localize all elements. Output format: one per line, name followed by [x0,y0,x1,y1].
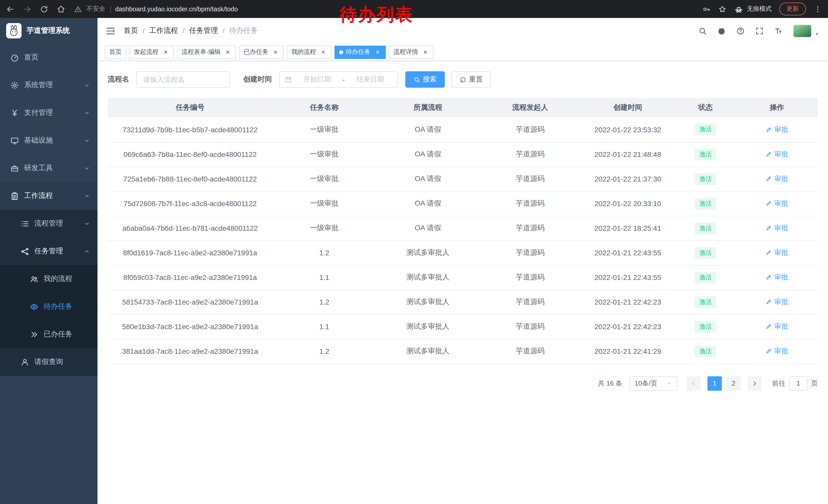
reset-button[interactable]: 重置 [451,71,491,88]
tab-首页[interactable]: 首页 [105,45,126,59]
sidebar-item-任务管理[interactable]: 任务管理 [0,237,97,265]
cell-process: OA 请假 [376,191,480,216]
close-icon[interactable]: × [320,48,327,56]
cell-status: 激活 [675,167,736,191]
sidebar-item-我的流程[interactable]: 我的流程 [0,265,97,293]
column-header: 任务编号 [108,98,273,118]
sidebar-item-工作流程[interactable]: 工作流程 [0,182,97,210]
process-name-label: 流程名 [108,75,129,84]
back-icon[interactable] [6,5,14,13]
font-size-icon[interactable] [774,27,783,35]
bookmark-star-icon[interactable] [718,5,727,13]
approve-button[interactable]: 审批 [766,322,788,331]
search-button-label: 搜索 [423,75,437,84]
breadcrumb-separator: / [142,27,145,35]
browser-menu-icon[interactable] [814,5,822,13]
tag-views: 首页发起流程×流程表单-编辑×已办任务×我的流程×待办任务×流程详情× [97,44,828,61]
sidebar-item-待办任务[interactable]: 待办任务 [0,293,97,320]
github-icon[interactable] [717,27,726,35]
edit-icon [766,323,772,330]
password-key-icon[interactable] [702,5,710,13]
tab-已办任务[interactable]: 已办任务× [239,45,284,59]
reload-icon[interactable] [40,5,48,13]
navbar-right [698,25,820,37]
tab-发起流程[interactable]: 发起流程× [129,45,174,59]
status-badge: 激活 [695,321,716,332]
address-divider [110,5,111,12]
create-time-label: 创建时间 [243,75,272,84]
tab-流程详情[interactable]: 流程详情× [389,45,433,59]
table-row: 381aa1dd-7ac8-11ec-a9e2-a2380e71991a1.2测… [108,339,818,364]
sidebar-item-系统管理[interactable]: 系统管理 [0,71,97,99]
tab-label: 我的流程 [291,48,316,56]
close-icon[interactable]: × [272,48,279,56]
search-icon[interactable] [698,27,707,35]
cell-status: 激活 [675,314,736,339]
approve-button[interactable]: 审批 [766,248,788,258]
sidebar-item-支付管理[interactable]: 支付管理 [0,99,97,127]
next-page-button[interactable] [747,376,762,391]
page-size-select[interactable]: 10条/页 [629,376,677,391]
update-button[interactable]: 更新 [779,3,806,15]
browser-actions: 无痕模式 更新 [702,3,822,15]
approve-button[interactable]: 审批 [766,199,788,208]
cell-task-id: 8f0d1619-7ac8-11ec-a9e2-a2380e71991a [108,240,273,265]
sidebar-logo[interactable]: 芋道管理系统 [0,18,97,44]
approve-button[interactable]: 审批 [766,150,788,159]
calendar-icon [285,76,292,83]
close-icon[interactable]: × [374,48,381,56]
home-icon[interactable] [57,5,65,13]
help-icon[interactable] [736,27,745,35]
cell-starter: 芋道源码 [480,240,580,265]
sidebar-item-label: 待办任务 [44,302,90,311]
column-header: 任务名称 [273,98,376,118]
approve-button[interactable]: 审批 [766,125,788,134]
close-icon[interactable]: × [422,48,429,56]
process-name-input[interactable] [136,71,230,88]
approve-button[interactable]: 审批 [766,347,788,356]
sidebar-item-已办任务[interactable]: 已办任务 [0,320,97,348]
close-icon[interactable]: × [162,48,169,56]
approve-label: 审批 [774,248,788,258]
sidebar-item-首页[interactable]: 首页 [0,44,97,71]
fullscreen-icon[interactable] [755,27,764,35]
navbar: 首页/工作流程/任务管理/待办任务 [97,18,828,44]
approve-button[interactable]: 审批 [766,297,788,307]
search-button-icon [413,76,420,83]
tab-待办任务[interactable]: 待办任务× [334,45,386,59]
sidebar-collapse-icon[interactable] [106,26,115,36]
reset-refresh-icon [460,76,466,83]
cell-action: 审批 [736,142,818,167]
goto-label: 前往 [772,379,785,388]
breadcrumb-item[interactable]: 任务管理 [189,26,218,35]
sidebar-item-基础设施[interactable]: 基础设施 [0,127,97,154]
browser-nav-icons [6,5,65,13]
approve-button[interactable]: 审批 [766,273,788,282]
sidebar-item-label: 我的流程 [44,274,90,283]
sidebar-item-请假查询[interactable]: 请假查询 [0,348,97,376]
tab-label: 流程详情 [394,48,418,56]
prev-page-button[interactable] [687,376,701,391]
search-button[interactable]: 搜索 [405,71,445,88]
close-icon[interactable]: × [224,48,232,56]
sidebar-item-流程管理[interactable]: 流程管理 [0,210,97,237]
pager: 12 [707,376,741,391]
breadcrumb-item[interactable]: 工作流程 [149,26,178,35]
sidebar-item-label: 首页 [24,53,90,62]
forward-icon[interactable] [23,5,31,13]
date-range-picker[interactable]: 开始日期 - 结束日期 [279,71,398,88]
cell-starter: 芋道源码 [480,142,580,167]
tab-流程表单-编辑[interactable]: 流程表单-编辑× [177,45,236,59]
tab-我的流程[interactable]: 我的流程× [287,45,331,59]
goto-page-input[interactable] [789,376,808,391]
page-button-2[interactable]: 2 [727,376,741,391]
sidebar-item-研发工具[interactable]: 研发工具 [0,154,97,182]
user-menu[interactable] [793,25,820,37]
end-date-placeholder: 结束日期 [348,75,393,84]
approve-button[interactable]: 审批 [766,174,788,184]
cell-action: 审批 [736,339,818,364]
breadcrumb-item[interactable]: 首页 [124,26,138,35]
cell-process: OA 请假 [376,167,480,191]
approve-button[interactable]: 审批 [766,224,788,233]
page-button-1[interactable]: 1 [707,376,722,391]
